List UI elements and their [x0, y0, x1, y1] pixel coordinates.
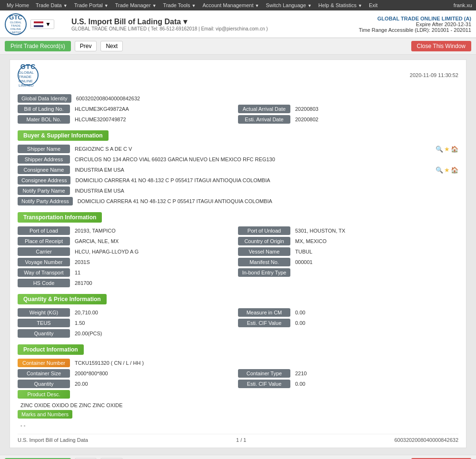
consignee-name-row: Consignee Name INDUSTRIA EM USA 🔍 ★ 🏠	[18, 166, 458, 174]
container-number-label: Container Number	[18, 359, 70, 367]
shipper-icons: 🔍 ★ 🏠	[434, 146, 458, 153]
card-footer-right: 6003202008040000842632	[394, 437, 458, 443]
esti-arrival-value: 20200802	[293, 116, 458, 123]
nav-items: My Home Trade Data ▼ Trade Portal ▼ Trad…	[4, 1, 380, 9]
container-size-value: 2000*800*800	[73, 370, 238, 377]
esti-cif-value: 0.00	[293, 319, 458, 327]
nav-account-management[interactable]: Account Management ▼	[199, 1, 262, 9]
consignee-address-value: DOMICILIO CARRERA 41 NO 48-132 C P 05541…	[73, 176, 458, 184]
actual-arrival-label: Actual Arrival Date	[238, 105, 290, 113]
top-toolbar: Print Trade Record(s) Prev Next Close Th…	[0, 38, 476, 55]
shipper-address-label: Shipper Address	[18, 155, 70, 164]
logo-area: GTC GLOBAL TRADEONLINE LIMITED ▼	[5, 13, 62, 35]
bol-row: Bill of Lading No. HLCUME3KG49872AA Actu…	[18, 105, 458, 113]
in-bond-entry-value	[293, 272, 458, 273]
nav-exit[interactable]: Exit	[366, 1, 380, 9]
carrier-value: HLCU, HAPAG-LLOYD A G	[73, 248, 238, 255]
quantity-price-section-header: Quantity & Price Information	[18, 294, 107, 304]
buyer-supplier-section: Shipper Name REGIOZINC S A DE C V 🔍 ★ 🏠 …	[18, 145, 458, 205]
card-footer-left: U.S. Import Bill of Lading Data	[18, 437, 88, 443]
way-transport-label: Way of Transport	[18, 268, 70, 277]
product-quantity-label: Quantity	[18, 380, 70, 388]
product-esti-cif-label: Esti. CIF Value	[238, 380, 290, 388]
global-data-identity-value: 6003202008040000842632	[74, 95, 458, 102]
nav-trade-portal[interactable]: Trade Portal ▼	[71, 1, 111, 9]
measure-label: Measure in CM	[238, 308, 290, 317]
shipper-address-value: CIRCULOS NO 134 ARCO VIAL 66023 GARCIA N…	[73, 156, 458, 163]
shipper-search-icon[interactable]: 🔍	[436, 146, 443, 153]
consignee-address-row: Consignee Address DOMICILIO CARRERA 41 N…	[18, 176, 458, 185]
voyage-row: Voyage Number 2031S Manifest No. 000001	[18, 258, 458, 266]
esti-cif-label: Esti. CIF Value	[238, 319, 290, 327]
header-company-name: GLOBAL TRADE ONLINE LIMITED (A)	[359, 16, 471, 21]
vessel-name-label: Vessel Name	[238, 247, 290, 256]
header-bar: GTC GLOBAL TRADEONLINE LIMITED ▼ U.S. Im…	[0, 10, 476, 38]
notify-party-address-row: Notify Party Address DOMICILIO CARRERA 4…	[18, 197, 458, 205]
transportation-section-header: Transportation Information	[18, 212, 102, 223]
master-bol-row: Mater BOL No. HLCUME3200749872 Esti. Arr…	[18, 115, 458, 124]
marks-value: - -	[18, 420, 458, 430]
record-card: GTC GLOBAL TRADEONLINE LIMITED 2020-11-0…	[10, 59, 466, 448]
place-receipt-value: GARCIA, NLE, MX	[73, 237, 238, 245]
flag-icon	[34, 21, 43, 27]
master-bol-label: Mater BOL No.	[18, 115, 70, 124]
product-quantity-row: Quantity 20.00 Esti. CIF Value 0.00	[18, 380, 458, 388]
print-button[interactable]: Print Trade Record(s)	[5, 41, 71, 51]
consignee-name-label: Consignee Name	[18, 166, 70, 174]
record-header: GTC GLOBAL TRADEONLINE LIMITED 2020-11-0…	[18, 65, 458, 89]
nav-trade-data[interactable]: Trade Data ▼	[33, 1, 70, 9]
notify-party-address-value: DOMICILIO CARRERA 41 NO 48-132 C P 05541…	[76, 197, 458, 205]
voyage-number-label: Voyage Number	[18, 258, 70, 266]
prev-button[interactable]: Prev	[75, 41, 97, 51]
close-button[interactable]: Close This Window	[411, 41, 471, 51]
quantity-label: Quantity	[18, 329, 70, 338]
logo-subtitle: GLOBAL TRADEONLINE LIMITED	[6, 21, 26, 35]
notify-party-name-row: Notify Party Name INDUSTRIA EM USA	[18, 186, 458, 195]
main-content: GTC GLOBAL TRADEONLINE LIMITED 2020-11-0…	[0, 55, 476, 455]
notify-party-name-label: Notify Party Name	[18, 186, 70, 195]
hs-code-row: HS Code 281700	[18, 279, 458, 287]
actual-arrival-value: 20200803	[293, 105, 458, 113]
quantity-price-section: Weight (KG) 20,710.00 Measure in CM 0.00…	[18, 308, 458, 338]
country-origin-label: Country of Origin	[238, 237, 290, 245]
nav-trade-tools[interactable]: Trade Tools ▼	[160, 1, 199, 9]
logo-gtc: GTC	[9, 14, 22, 21]
place-receipt-label: Place of Receipt	[18, 237, 70, 245]
vessel-name-value: TUBUL	[293, 248, 458, 255]
product-quantity-value: 20.00	[73, 380, 238, 388]
place-receipt-row: Place of Receipt GARCIA, NLE, MX Country…	[18, 237, 458, 245]
next-button[interactable]: Next	[100, 41, 123, 51]
user-info: frank.xu	[454, 2, 472, 8]
manifest-no-label: Manifest No.	[238, 258, 290, 266]
container-type-value: 2210	[293, 370, 458, 377]
consignee-icons: 🔍 ★ 🏠	[434, 166, 458, 174]
marks-row: Marks and Numbers	[18, 410, 458, 419]
consignee-search-icon[interactable]: 🔍	[436, 166, 443, 174]
nav-help-statistics[interactable]: Help & Statistics ▼	[316, 1, 365, 9]
product-desc-text: ZINC OXIDE OXIDO DE ZINC ZINC OXIDE	[18, 400, 458, 410]
weight-row: Weight (KG) 20,710.00 Measure in CM 0.00	[18, 308, 458, 317]
in-bond-entry-label: In-bond Entry Type	[238, 268, 290, 277]
marks-label: Marks and Numbers	[18, 410, 72, 419]
transportation-section: Port of Load 20193, TAMPICO Port of Unlo…	[18, 226, 458, 287]
teus-value: 1.50	[73, 319, 238, 327]
nav-trade-manager[interactable]: Trade Manager ▼	[112, 1, 159, 9]
port-load-row: Port of Load 20193, TAMPICO Port of Unlo…	[18, 226, 458, 235]
record-logo-circle: GTC GLOBAL TRADEONLINE LIMITED	[18, 65, 39, 86]
weight-label: Weight (KG)	[18, 308, 70, 317]
carrier-row: Carrier HLCU, HAPAG-LLOYD A G Vessel Nam…	[18, 247, 458, 256]
shipper-home-icon[interactable]: 🏠	[451, 146, 458, 153]
flag-selector[interactable]: ▼	[30, 20, 54, 29]
shipper-star-icon[interactable]: ★	[444, 146, 450, 153]
card-footer-page: 1 / 1	[236, 437, 246, 443]
consignee-home-icon[interactable]: 🏠	[451, 166, 458, 174]
header-expire: Expire After 2020-12-31	[359, 21, 471, 27]
measure-value: 0.00	[293, 309, 458, 316]
nav-switch-language[interactable]: Switch Language ▼	[263, 1, 314, 9]
product-section-header: Product Information	[18, 344, 84, 355]
quantity-value: 20.00(PCS)	[73, 330, 458, 337]
consignee-address-label: Consignee Address	[18, 176, 70, 185]
nav-my-home[interactable]: My Home	[4, 1, 32, 9]
consignee-star-icon[interactable]: ★	[444, 166, 450, 174]
port-load-label: Port of Load	[18, 226, 70, 235]
